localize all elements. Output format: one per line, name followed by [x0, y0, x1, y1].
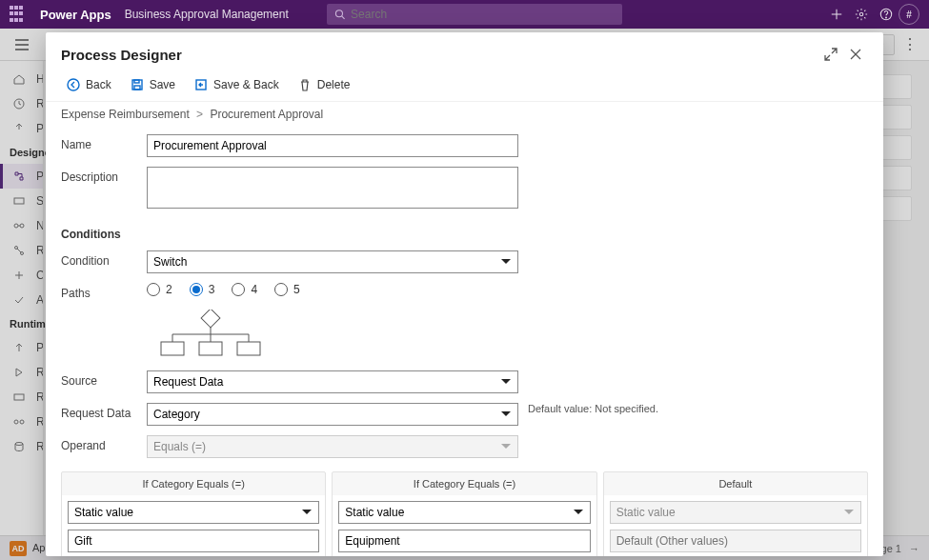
default-note: Default value: Not specified. [528, 403, 658, 414]
breadcrumb: Expense Reimbursement > Procurement Appr… [61, 106, 868, 134]
operand-select: Equals (=) [147, 435, 518, 458]
trash-icon [298, 78, 312, 91]
path-header: If Category Equals (=) [333, 472, 596, 495]
crumb-leaf: Procurement Approval [210, 108, 323, 121]
conditions-title: Conditions [61, 228, 868, 241]
svg-rect-37 [237, 342, 260, 355]
operand-label: Operand [61, 435, 147, 452]
gear-icon[interactable] [849, 2, 874, 27]
source-label: Source [61, 370, 147, 388]
svg-point-6 [886, 17, 887, 18]
path-header: If Category Equals (=) [62, 472, 325, 495]
crumb-root[interactable]: Expense Reimbursement [61, 108, 190, 121]
close-icon[interactable] [843, 42, 868, 67]
paths-radio-2[interactable]: 2 [147, 283, 172, 296]
save-icon [131, 78, 144, 91]
description-label: Description [61, 167, 147, 184]
path-value-input[interactable] [338, 530, 590, 552]
path-column-1: If Category Equals (=)Static value [332, 471, 596, 556]
brand-name: Power Apps [40, 8, 111, 22]
svg-point-0 [335, 10, 342, 17]
save-button[interactable]: Save [123, 74, 183, 95]
condition-label: Condition [61, 250, 147, 268]
path-mode-select[interactable]: Static value [338, 501, 590, 524]
svg-rect-36 [199, 342, 222, 355]
paths-radio-4[interactable]: 4 [232, 283, 257, 296]
delete-button[interactable]: Delete [291, 74, 358, 95]
request-data-select[interactable]: Category [147, 403, 518, 426]
save-back-button[interactable]: Save & Back [187, 74, 287, 95]
expand-icon[interactable] [818, 42, 843, 67]
source-select[interactable]: Request Data [147, 370, 518, 393]
svg-rect-29 [201, 310, 220, 328]
svg-rect-26 [134, 80, 139, 83]
paths-radio-3[interactable]: 3 [190, 283, 215, 296]
condition-select[interactable]: Switch [147, 250, 518, 273]
path-column-2: DefaultStatic value [603, 471, 868, 556]
search-icon [334, 9, 345, 20]
path-mode-select[interactable]: Static value [68, 501, 319, 524]
path-header: Default [604, 472, 867, 495]
description-input[interactable] [147, 167, 518, 209]
request-data-label: Request Data [61, 403, 147, 420]
add-icon[interactable] [824, 2, 849, 27]
paths-radio-5[interactable]: 5 [274, 283, 300, 296]
svg-point-4 [859, 12, 863, 16]
svg-point-24 [68, 79, 79, 90]
path-mode-select: Static value [610, 501, 861, 524]
avatar[interactable]: # [899, 4, 919, 25]
branch-diagram [147, 310, 868, 361]
save-back-icon [194, 78, 208, 91]
dialog-title: Process Designer [61, 47, 182, 63]
name-label: Name [61, 134, 147, 151]
back-button[interactable]: Back [59, 74, 119, 95]
global-search[interactable] [327, 4, 622, 25]
svg-line-1 [342, 16, 345, 19]
help-icon[interactable] [874, 2, 899, 27]
svg-rect-35 [161, 342, 184, 355]
process-designer-dialog: Process Designer Back Save Save & Back D… [46, 32, 883, 556]
back-arrow-icon [67, 78, 80, 91]
app-name: Business Approval Management [125, 8, 289, 21]
path-value-input[interactable] [68, 530, 319, 552]
paths-label: Paths [61, 283, 147, 300]
app-launcher-icon[interactable] [10, 6, 27, 23]
path-value-input [610, 530, 861, 552]
svg-rect-27 [134, 86, 140, 90]
path-column-0: If Category Equals (=)Static value [61, 471, 326, 556]
name-input[interactable] [147, 134, 518, 157]
search-input[interactable] [351, 8, 615, 21]
